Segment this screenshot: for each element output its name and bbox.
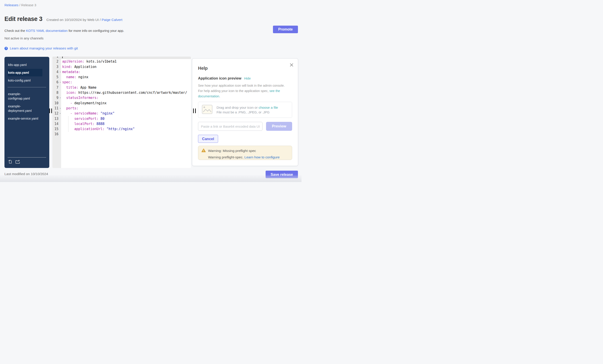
preflight-warning: Warning: Missing preflight spec Warning …	[198, 146, 292, 160]
text-cursor	[62, 56, 63, 58]
editor-line[interactable]: 1---	[52, 56, 191, 59]
editor-line[interactable]: 15 applicationUrl: "http://nginx"	[52, 127, 191, 132]
question-icon: ?	[4, 47, 8, 50]
breadcrumb-separator: /	[19, 3, 21, 7]
line-number: 11▾	[52, 106, 61, 111]
sidebar-footer	[4, 155, 49, 166]
docs-line: Check out the KOTS YAML documentation fo…	[4, 29, 124, 33]
editor-line[interactable]: 9▾ statusInformers:	[52, 95, 191, 100]
close-icon[interactable]	[290, 63, 293, 67]
line-number: 2	[52, 59, 61, 64]
fold-arrow-icon[interactable]: ▾	[60, 95, 61, 100]
editor-line[interactable]: 11▾ ports:	[52, 106, 191, 111]
line-number: 9▾	[52, 95, 61, 100]
breadcrumb-current: Release 3	[21, 3, 36, 7]
cancel-button[interactable]: Cancel	[198, 135, 218, 143]
image-placeholder-icon	[202, 105, 212, 115]
choose-file-link[interactable]: choose a file	[259, 106, 278, 109]
dropzone-text: Drag and drop your icon or choose a file	[217, 106, 278, 110]
file-list-top: k8s-app.yamlkots-app.yamlkots-config.yam…	[4, 61, 49, 84]
promote-button[interactable]: Promote	[273, 26, 298, 33]
editor-line[interactable]: 4▾metadata:	[52, 69, 191, 75]
line-number: 5	[52, 75, 61, 80]
hide-link[interactable]: Hide	[244, 77, 251, 80]
line-number: 15	[52, 127, 61, 132]
help-panel: Help Application icon preview Hide See h…	[192, 58, 298, 166]
editor-line[interactable]: 3kind: Application	[52, 64, 191, 69]
new-folder-icon[interactable]	[15, 159, 20, 165]
line-number: 12▾	[52, 111, 61, 116]
sidebar-item-example-service.yaml[interactable]: example-service.yaml	[8, 115, 42, 122]
icon-preview-title: Application icon preview	[198, 76, 241, 80]
line-number: 3	[52, 64, 61, 69]
file-tree-sidebar: k8s-app.yamlkots-app.yamlkots-config.yam…	[4, 57, 49, 168]
breadcrumb: Releases / Release 3	[4, 3, 36, 7]
line-number: 10	[52, 101, 61, 106]
warning-detail: Warning preflight-spec. Learn how to con…	[208, 155, 289, 159]
new-file-icon[interactable]	[8, 159, 12, 165]
fold-arrow-icon[interactable]: ▾	[60, 80, 61, 85]
editor-line[interactable]: 2apiVersion: kots.io/v1beta1	[52, 59, 191, 64]
warning-icon	[201, 148, 206, 153]
sidebar-item-example-deployment.yaml[interactable]: example-deployment.yaml	[8, 102, 42, 114]
line-number: 8	[52, 90, 61, 95]
file-list-bottom: example-configmap.yamlexample-deployment…	[4, 90, 49, 122]
editor-line[interactable]: 8 icon: https://raw.githubusercontent.co…	[52, 90, 191, 95]
save-release-button[interactable]: Save release	[266, 171, 298, 178]
line-number: 16	[52, 132, 61, 137]
icon-preview-description: See how your application icon will look …	[198, 83, 288, 99]
sidebar-item-k8s-app.yaml[interactable]: k8s-app.yaml	[8, 61, 42, 69]
editor-line[interactable]: 13 servicePort: 80	[52, 116, 191, 121]
last-modified: Last modified on 10/10/2024	[4, 172, 48, 176]
line-number: 6▾	[52, 80, 61, 85]
kots-yaml-docs-link[interactable]: KOTS YAML documentation	[26, 29, 68, 33]
file-list-divider	[8, 87, 46, 87]
editor-line[interactable]: 10 - deployment/nginx	[52, 101, 191, 106]
editor-line[interactable]: 7 title: App Name	[52, 85, 191, 90]
sidebar-item-example-configmap.yaml[interactable]: example-configmap.yaml	[8, 90, 42, 102]
indent-guide	[68, 116, 69, 132]
sidebar-editor-resize-handle[interactable]	[49, 109, 52, 113]
page-title: Edit release 3	[4, 16, 42, 22]
icon-url-input[interactable]	[198, 122, 263, 131]
editor-line[interactable]: 12▾ - serviceName: "nginx"	[52, 111, 191, 116]
line-number: 7	[52, 85, 61, 90]
created-meta: Created on 10/10/2024 by Web UI / Paige …	[46, 18, 122, 22]
yaml-editor[interactable]: 1---2apiVersion: kots.io/v1beta13kind: A…	[52, 56, 191, 168]
editor-line[interactable]: 16	[52, 132, 191, 137]
warning-text: Warning: Missing preflight spec	[208, 149, 256, 153]
preview-button[interactable]: Preview	[266, 122, 292, 131]
fold-arrow-icon[interactable]: ▾	[60, 106, 61, 111]
editor-line[interactable]: 5 name: nginx	[52, 75, 191, 80]
fold-arrow-icon[interactable]: ▾	[60, 111, 61, 116]
line-number: 14	[52, 121, 61, 127]
help-title: Help	[198, 66, 292, 71]
line-number: 13	[52, 116, 61, 121]
icon-dropzone[interactable]: Drag and drop your icon or choose a file…	[198, 102, 292, 118]
fold-arrow-icon[interactable]: ▾	[60, 69, 61, 75]
sidebar-item-kots-config.yaml[interactable]: kots-config.yaml	[8, 77, 42, 84]
sidebar-footer-divider	[8, 157, 46, 157]
breadcrumb-releases-link[interactable]: Releases	[4, 3, 19, 7]
editor-help-resize-handle[interactable]	[193, 109, 196, 113]
author-link[interactable]: Paige Calvert	[102, 18, 122, 22]
sidebar-item-kots-app.yaml[interactable]: kots-app.yaml	[8, 69, 42, 77]
git-releases-link[interactable]: Learn about managing your releases with …	[10, 46, 78, 50]
dropzone-filetypes: File must be a .PNG, .JPEG, or .JPG	[217, 110, 278, 114]
channel-status: Not active in any channels	[4, 36, 44, 40]
editor-line[interactable]: 14 localPort: 8888	[52, 121, 191, 127]
editor-line[interactable]: 6▾spec:	[52, 80, 191, 85]
learn-configure-link[interactable]: Learn how to configure	[244, 155, 280, 159]
line-number: 4▾	[52, 69, 61, 75]
line-number: 1	[52, 56, 61, 59]
